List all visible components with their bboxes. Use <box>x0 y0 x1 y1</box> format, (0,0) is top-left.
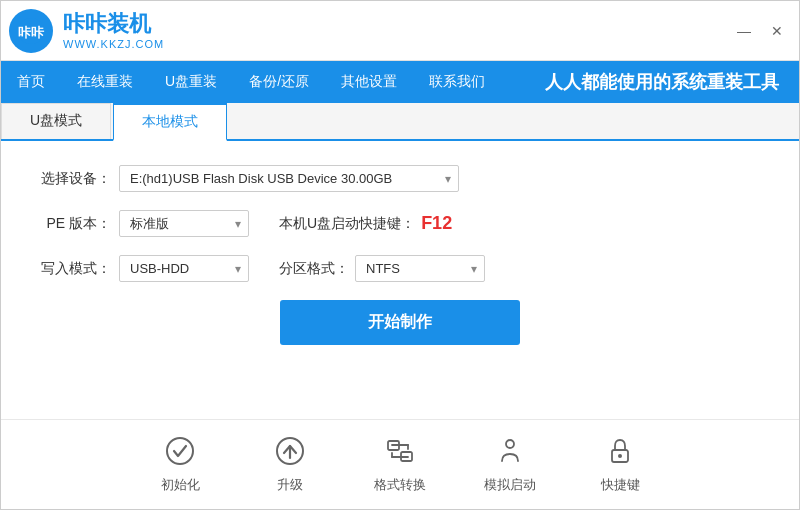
svg-point-7 <box>506 440 514 448</box>
main-content: 选择设备： E:(hd1)USB Flash Disk USB Device 3… <box>1 141 799 419</box>
nav-other-settings[interactable]: 其他设置 <box>325 61 413 103</box>
svg-point-2 <box>167 438 193 464</box>
upload-circle-icon <box>274 435 306 472</box>
main-window: 咔咔 咔咔装机 WWW.KKZJ.COM — ✕ 首页 在线重装 U盘重装 备份… <box>0 0 800 510</box>
nav-online-reinstall[interactable]: 在线重装 <box>61 61 149 103</box>
tool-simulate-boot[interactable]: 模拟启动 <box>455 427 565 502</box>
tab-usb-mode[interactable]: U盘模式 <box>1 103 111 139</box>
tool-initialize-label: 初始化 <box>161 476 200 494</box>
hotkey-value: F12 <box>421 213 452 234</box>
write-label: 写入模式： <box>31 260 111 278</box>
tab-row: U盘模式 本地模式 <box>1 103 799 141</box>
app-name: 咔咔装机 <box>63 11 164 37</box>
device-select-wrapper: E:(hd1)USB Flash Disk USB Device 30.00GB <box>119 165 459 192</box>
nav-slogan: 人人都能使用的系统重装工具 <box>545 70 799 94</box>
tool-upgrade[interactable]: 升级 <box>235 427 345 502</box>
start-button[interactable]: 开始制作 <box>280 300 520 345</box>
window-controls: — ✕ <box>733 21 787 41</box>
pe-label: PE 版本： <box>31 215 111 233</box>
nav-contact[interactable]: 联系我们 <box>413 61 501 103</box>
partition-label: 分区格式： <box>279 260 349 278</box>
nav-home[interactable]: 首页 <box>1 61 61 103</box>
nav-bar: 首页 在线重装 U盘重装 备份/还原 其他设置 联系我们 人人都能使用的系统重装… <box>1 61 799 103</box>
check-circle-icon <box>164 435 196 472</box>
close-button[interactable]: ✕ <box>767 21 787 41</box>
title-left: 咔咔 咔咔装机 WWW.KKZJ.COM <box>9 9 164 53</box>
partition-select[interactable]: NTFS <box>355 255 485 282</box>
nav-backup-restore[interactable]: 备份/还原 <box>233 61 325 103</box>
nav-usb-reinstall[interactable]: U盘重装 <box>149 61 233 103</box>
person-screen-icon <box>494 435 526 472</box>
tool-format-convert[interactable]: 格式转换 <box>345 427 455 502</box>
minimize-button[interactable]: — <box>733 21 755 41</box>
pe-select[interactable]: 标准版 <box>119 210 249 237</box>
lock-icon <box>604 435 636 472</box>
tool-shortcut-key[interactable]: 快捷键 <box>565 427 675 502</box>
pe-select-wrapper: 标准版 <box>119 210 249 237</box>
title-bar: 咔咔 咔咔装机 WWW.KKZJ.COM — ✕ <box>1 1 799 61</box>
svg-text:咔咔: 咔咔 <box>18 25 45 40</box>
convert-icon <box>384 435 416 472</box>
tool-shortcut-key-label: 快捷键 <box>601 476 640 494</box>
svg-point-9 <box>618 454 622 458</box>
device-row: 选择设备： E:(hd1)USB Flash Disk USB Device 3… <box>31 165 769 192</box>
title-text: 咔咔装机 WWW.KKZJ.COM <box>63 11 164 49</box>
hotkey-label: 本机U盘启动快捷键： <box>279 215 415 233</box>
app-logo: 咔咔 <box>9 9 53 53</box>
pe-row: PE 版本： 标准版 本机U盘启动快捷键： F12 <box>31 210 769 237</box>
write-select-wrapper: USB-HDD <box>119 255 249 282</box>
tab-local-mode[interactable]: 本地模式 <box>113 103 227 141</box>
tool-simulate-boot-label: 模拟启动 <box>484 476 536 494</box>
tool-initialize[interactable]: 初始化 <box>125 427 235 502</box>
tool-format-convert-label: 格式转换 <box>374 476 426 494</box>
device-select[interactable]: E:(hd1)USB Flash Disk USB Device 30.00GB <box>119 165 459 192</box>
app-url: WWW.KKZJ.COM <box>63 38 164 50</box>
tool-upgrade-label: 升级 <box>277 476 303 494</box>
bottom-toolbar: 初始化 升级 <box>1 419 799 509</box>
partition-select-wrapper: NTFS <box>355 255 485 282</box>
device-label: 选择设备： <box>31 170 111 188</box>
write-row: 写入模式： USB-HDD 分区格式： NTFS <box>31 255 769 282</box>
write-select[interactable]: USB-HDD <box>119 255 249 282</box>
